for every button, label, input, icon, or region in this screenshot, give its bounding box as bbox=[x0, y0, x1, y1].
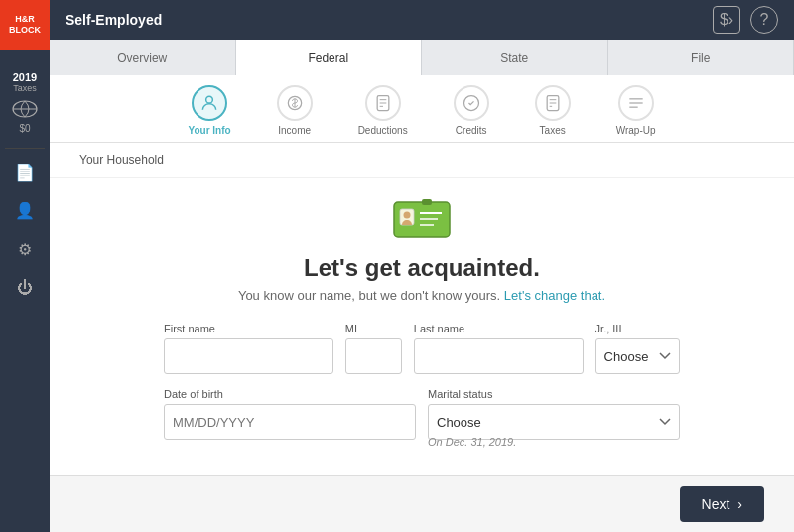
form-area: Let's get acquainted. You know our name,… bbox=[50, 178, 794, 475]
topbar: Self-Employed $› ? bbox=[50, 0, 794, 40]
sidebar-logo: H&RBLOCK bbox=[0, 0, 50, 50]
sub-nav-credits-label: Credits bbox=[456, 125, 487, 136]
sub-nav-taxes-label: Taxes bbox=[540, 125, 566, 136]
sub-nav-wrap-up[interactable]: Wrap-Up bbox=[608, 85, 664, 136]
sub-nav-wrap-up-label: Wrap-Up bbox=[616, 125, 656, 136]
tab-file[interactable]: File bbox=[608, 40, 795, 75]
sidebar-doc-icon[interactable]: 📄 bbox=[15, 163, 35, 182]
marital-hint: On Dec. 31, 2019. bbox=[428, 436, 680, 448]
breadcrumb: Your Household bbox=[50, 143, 794, 178]
main-content: Self-Employed $› ? Overview Federal Stat… bbox=[50, 0, 794, 532]
next-label: Next bbox=[702, 496, 730, 512]
dob-group: Date of birth bbox=[164, 388, 416, 454]
sidebar-amount: $0 bbox=[11, 123, 39, 134]
first-name-input[interactable] bbox=[164, 338, 333, 374]
sidebar-year: 2019 bbox=[11, 71, 39, 83]
last-name-group: Last name bbox=[414, 323, 584, 374]
tab-overview[interactable]: Overview bbox=[50, 40, 236, 75]
sidebar-divider bbox=[5, 148, 45, 149]
dob-input[interactable] bbox=[164, 404, 416, 440]
last-name-input[interactable] bbox=[414, 338, 584, 374]
dob-label: Date of birth bbox=[164, 388, 416, 400]
first-name-label: First name bbox=[164, 323, 333, 334]
taxes-icon bbox=[535, 85, 571, 121]
wrap-up-icon bbox=[618, 85, 654, 121]
jr-group: Jr., III Choose Jr. Sr. II III IV bbox=[596, 323, 680, 374]
sub-nav-taxes[interactable]: Taxes bbox=[527, 85, 579, 136]
sub-nav-deductions-label: Deductions bbox=[358, 125, 408, 136]
svg-rect-21 bbox=[422, 200, 432, 205]
map-icon bbox=[11, 99, 39, 119]
marital-label: Marital status bbox=[428, 388, 680, 400]
your-info-icon bbox=[192, 85, 227, 121]
sidebar-gear-icon[interactable]: ⚙ bbox=[18, 240, 32, 259]
mi-label: MI bbox=[345, 323, 402, 334]
change-link[interactable]: Let's change that. bbox=[504, 288, 605, 303]
sub-nav-deductions[interactable]: Deductions bbox=[350, 85, 416, 136]
main-heading: Let's get acquainted. bbox=[304, 254, 540, 282]
mi-group: MI bbox=[345, 323, 402, 374]
sidebar: H&RBLOCK 2019 Taxes $0 📄 👤 ⚙ ⏻ bbox=[0, 0, 50, 532]
income-icon bbox=[277, 85, 313, 121]
last-name-label: Last name bbox=[414, 323, 584, 334]
marital-select[interactable]: Choose Single Married Filing Jointly Mar… bbox=[428, 404, 680, 440]
jr-label: Jr., III bbox=[596, 323, 680, 334]
sidebar-logo-text: H&RBLOCK bbox=[9, 14, 41, 36]
sidebar-taxes-label: Taxes bbox=[11, 83, 39, 93]
sub-heading: You know our name, but we don't know you… bbox=[238, 288, 605, 303]
dollar-icon[interactable]: $› bbox=[713, 6, 740, 34]
sub-nav-credits[interactable]: Credits bbox=[446, 85, 497, 136]
tab-state[interactable]: State bbox=[422, 40, 608, 75]
dob-marital-row: Date of birth Marital status Choose Sing… bbox=[164, 388, 680, 454]
marital-group: Marital status Choose Single Married Fil… bbox=[428, 388, 680, 454]
next-arrow: › bbox=[737, 496, 742, 512]
credits-icon bbox=[454, 85, 489, 121]
svg-point-2 bbox=[206, 96, 213, 103]
first-name-group: First name bbox=[164, 323, 333, 374]
app-title: Self-Employed bbox=[66, 12, 703, 28]
tab-federal[interactable]: Federal bbox=[236, 40, 423, 75]
jr-select[interactable]: Choose Jr. Sr. II III IV bbox=[596, 338, 680, 374]
sidebar-power-icon[interactable]: ⏻ bbox=[17, 279, 33, 297]
next-button[interactable]: Next › bbox=[680, 486, 764, 522]
sidebar-person-icon[interactable]: 👤 bbox=[15, 201, 35, 220]
mi-input[interactable] bbox=[345, 338, 402, 374]
footer: Next › bbox=[50, 475, 794, 532]
id-card-icon bbox=[392, 198, 452, 242]
sub-nav-income-label: Income bbox=[278, 125, 311, 136]
sub-nav-income[interactable]: Income bbox=[269, 85, 321, 136]
help-icon[interactable]: ? bbox=[750, 6, 778, 34]
svg-point-17 bbox=[404, 212, 411, 219]
sub-nav-your-info-label: Your Info bbox=[189, 125, 231, 136]
content-area: Your Household Let's get acquainted. You… bbox=[50, 143, 794, 475]
name-row: First name MI Last name Jr., III Choose … bbox=[164, 323, 680, 374]
sub-nav: Your Info Income Deductions bbox=[50, 75, 794, 143]
nav-tabs: Overview Federal State File bbox=[50, 40, 794, 75]
deductions-icon bbox=[365, 85, 401, 121]
sub-nav-your-info[interactable]: Your Info bbox=[181, 85, 239, 136]
